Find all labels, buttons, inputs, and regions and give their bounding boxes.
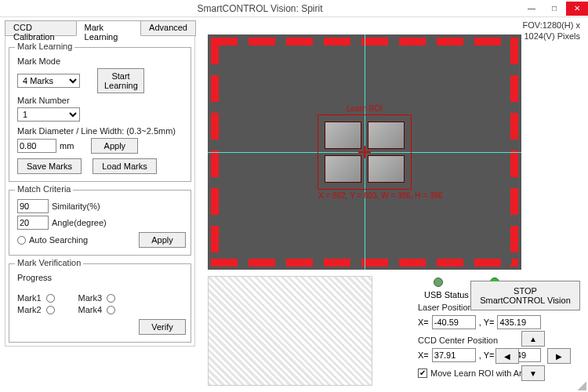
resize-handle[interactable] (577, 381, 586, 390)
laser-x-input[interactable] (432, 315, 476, 329)
fiducial-square (368, 155, 405, 183)
label-similarity: Similarity(%) (52, 201, 100, 211)
mark3-indicator (107, 294, 115, 303)
fiducial-square (325, 122, 361, 149)
usb-status-led (434, 278, 443, 287)
group-mark-learning: Mark Learning Mark Mode 4 Marks Start Le… (9, 47, 191, 182)
arrow-up-button[interactable]: ▲ (521, 331, 545, 347)
camera-view[interactable]: Learn ROI X = 882, Y = 603, W = 386, H =… (208, 34, 521, 270)
angle-input[interactable] (17, 216, 49, 230)
arrow-pad: ▲ ▼ ◀ ▶ (486, 331, 580, 386)
load-marks-button[interactable]: Load Marks (93, 158, 157, 174)
maximize-button[interactable]: □ (543, 2, 565, 16)
label-usb-status: USB Status (424, 290, 469, 299)
mark4-indicator (107, 306, 115, 314)
legend-mark-verification: Mark Verification (15, 258, 83, 267)
ccd-x-input[interactable] (432, 348, 476, 362)
label-angle: Angle(degree) (52, 218, 107, 227)
tab-mark-learning[interactable]: Mark Learning (76, 20, 142, 36)
label-mark-mode: Mark Mode (17, 56, 60, 66)
secondary-panel (208, 276, 372, 386)
fiducial-square (368, 122, 405, 149)
label-auto-searching: Auto Searching (29, 235, 88, 245)
learn-roi[interactable]: Learn ROI X = 882, Y = 603, W = 386, H =… (318, 114, 412, 190)
arrow-down-button[interactable]: ▼ (521, 365, 545, 381)
apply-diameter-button[interactable]: Apply (91, 138, 138, 154)
auto-searching-radio[interactable] (17, 236, 26, 245)
mark-number-select[interactable]: 1 (17, 107, 80, 122)
similarity-input[interactable] (17, 199, 49, 213)
save-marks-button[interactable]: Save Marks (17, 158, 82, 174)
group-match-criteria: Match Criteria Similarity(%) Angle(degre… (9, 190, 191, 256)
label-mark4: Mark4 (78, 305, 103, 314)
laser-y-input[interactable] (497, 315, 541, 329)
label-mark-diameter: Mark Diameter / Line Width: (0.3~2.5mm) (17, 126, 176, 136)
legend-match-criteria: Match Criteria (15, 184, 73, 194)
label-mark-number: Mark Number (17, 96, 70, 105)
apply-criteria-button[interactable]: Apply (139, 232, 186, 248)
stop-button[interactable]: STOP SmartCONTROL Vision (470, 281, 580, 310)
group-mark-verification: Mark Verification Progress Mark1 Mark3 M… (9, 263, 191, 343)
label-mm: mm (60, 141, 74, 151)
label-y: , Y= (479, 318, 495, 327)
arrow-right-button[interactable]: ▶ (547, 348, 571, 364)
label-mark1: Mark1 (17, 293, 42, 303)
mark-diameter-input[interactable] (17, 139, 56, 153)
mark-mode-select[interactable]: 4 Marks (17, 74, 80, 88)
label-mark3: Mark3 (78, 293, 103, 303)
mark1-indicator (46, 294, 55, 303)
mark2-indicator (46, 306, 55, 314)
fiducial-square (325, 155, 361, 183)
window-title: SmartCONTROL Vision: Spirit (0, 3, 520, 14)
verify-button[interactable]: Verify (139, 319, 186, 335)
tab-ccd-calibration[interactable]: CCD Calibration (5, 20, 77, 36)
label-progress: Progress (17, 273, 52, 282)
close-button[interactable]: ✕ (566, 2, 588, 16)
label-mark2: Mark2 (17, 305, 42, 314)
roi-coords: X = 882, Y = 603, W = 386, H = 396 (318, 191, 458, 200)
label-laser-position: Laser Position (418, 303, 473, 312)
roi-center-cross (358, 146, 371, 158)
arrow-left-button[interactable]: ◀ (495, 348, 519, 364)
start-learning-button[interactable]: Start Learning (97, 68, 144, 93)
fov-readout: FOV:1280(H) x 1024(V) Pixels (522, 20, 580, 42)
move-roi-checkbox[interactable]: ✔ (418, 368, 427, 378)
roi-label: Learn ROI (347, 104, 383, 113)
tab-advanced[interactable]: Advanced (140, 20, 196, 36)
minimize-button[interactable]: — (521, 2, 543, 16)
label-x: X= (418, 350, 429, 360)
label-x: X= (418, 318, 429, 327)
legend-mark-learning: Mark Learning (15, 42, 74, 51)
